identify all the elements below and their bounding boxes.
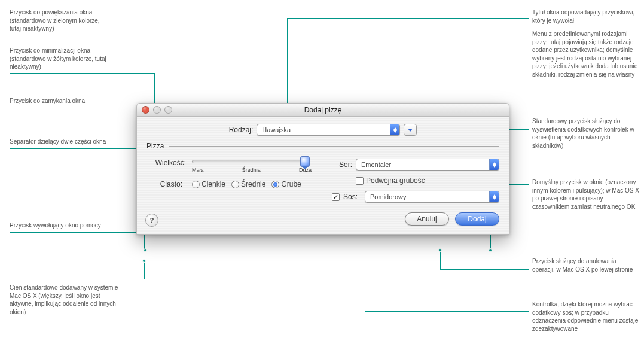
window-body: Rodzaj: Hawajska Pizza Wielkość: bbox=[137, 117, 509, 234]
callout-shadow: Cień standardowo dodawany w systemie Mac… bbox=[10, 284, 123, 316]
slider-thumb[interactable] bbox=[300, 156, 310, 167]
dough-thick[interactable]: Grube bbox=[271, 180, 301, 188]
callout-default-text: Domyślny przycisk w oknie (oznaczony inn… bbox=[532, 179, 639, 210]
updown-icon bbox=[489, 159, 499, 170]
size-ticks: Mała Średnia Duża bbox=[192, 167, 312, 173]
sauce-value: Pomidorowy bbox=[370, 193, 407, 200]
checkbox-icon: ✓ bbox=[332, 193, 340, 201]
submit-button[interactable]: Dodaj bbox=[455, 212, 499, 226]
close-button[interactable] bbox=[142, 106, 149, 114]
dough-medium[interactable]: Średnie bbox=[231, 180, 265, 188]
tick-small: Mała bbox=[192, 167, 204, 173]
zoom-button[interactable] bbox=[164, 106, 172, 114]
dough-label: Ciasto: bbox=[146, 180, 182, 188]
sauce-checkbox[interactable]: ✓ bbox=[332, 193, 340, 201]
traffic-lights bbox=[142, 106, 172, 114]
dialog-window: Dodaj pizzę Rodzaj: Hawajska Pizza Wielk… bbox=[136, 103, 509, 235]
callout-disclosure: Standardowy przycisk służący do wyświetl… bbox=[532, 117, 640, 150]
checkbox-icon bbox=[356, 177, 364, 185]
callout-cancel: Przycisk służący do anulowania operacji,… bbox=[532, 257, 640, 273]
double-label: Podwójna grubość bbox=[366, 177, 425, 185]
updown-icon bbox=[390, 124, 399, 135]
callout-default: Domyślny przycisk w oknie (oznaczony inn… bbox=[532, 178, 640, 211]
help-button[interactable]: ? bbox=[145, 214, 158, 227]
window-title: Dodaj pizzę bbox=[137, 104, 509, 117]
cheese-popup[interactable]: Ementaler bbox=[356, 159, 499, 171]
sauce-label: Sos: bbox=[343, 193, 358, 201]
callout-separator: Separator dzielący dwie części okna bbox=[10, 138, 117, 146]
double-thickness-checkbox[interactable]: Podwójna grubość bbox=[356, 177, 425, 185]
callout-title: Tytuł okna odpowiadający przyciskowi, kt… bbox=[532, 8, 637, 25]
size-label: Wielkość: bbox=[146, 159, 186, 167]
tick-medium: Średnia bbox=[242, 167, 261, 173]
section-label: Pizza bbox=[146, 142, 164, 150]
callout-type-menu-text: Menu z predefiniowanymi rodzajami pizzy;… bbox=[532, 31, 637, 78]
updown-icon bbox=[489, 191, 499, 202]
cheese-value: Ementaler bbox=[361, 161, 391, 168]
dough-thin[interactable]: Cienkie bbox=[192, 180, 225, 188]
callout-zoom: Przycisk do powiększania okna (standardo… bbox=[10, 8, 111, 33]
callout-sauce-chk: Kontrolka, dzięki której można wybrać do… bbox=[532, 300, 640, 333]
sauce-popup[interactable]: Pomidorowy bbox=[365, 191, 499, 203]
type-value: Hawajska bbox=[262, 126, 291, 133]
section-separator: Pizza bbox=[146, 142, 499, 150]
disclosure-button[interactable] bbox=[404, 124, 417, 136]
callout-close: Przycisk do zamykania okna bbox=[10, 97, 117, 105]
size-slider[interactable] bbox=[192, 160, 308, 163]
callout-type-menu: Menu z predefiniowanymi rodzajami pizzy;… bbox=[532, 30, 640, 78]
cheese-label: Ser: bbox=[332, 160, 352, 169]
callout-minimize: Przycisk do minimalizacji okna (standard… bbox=[10, 47, 123, 71]
cancel-button[interactable]: Anuluj bbox=[405, 212, 449, 226]
chevron-down-icon bbox=[407, 127, 413, 133]
titlebar: Dodaj pizzę bbox=[137, 104, 509, 117]
type-popup[interactable]: Hawajska bbox=[257, 124, 400, 136]
callout-help: Przycisk wywołujący okno pomocy bbox=[10, 221, 117, 230]
type-label: Rodzaj: bbox=[229, 126, 254, 134]
minimize-button[interactable] bbox=[153, 106, 161, 114]
